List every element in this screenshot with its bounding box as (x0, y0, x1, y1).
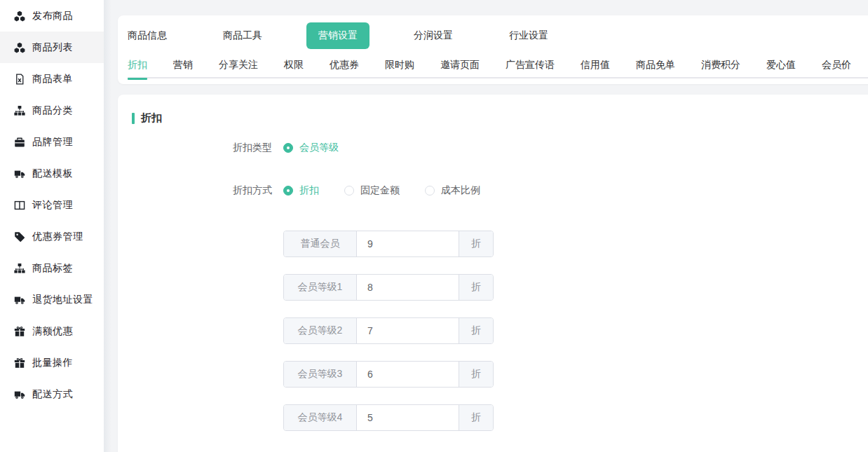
sidebar-item-label: 商品表单 (32, 73, 73, 85)
sidebar-gutter (104, 0, 111, 452)
level-discount-row-1: 会员等级1折 (283, 274, 494, 301)
sidebar-item-label: 评论管理 (32, 199, 73, 212)
level-discount-row-2: 会员等级2折 (283, 317, 494, 344)
secondary-tab-12[interactable]: 会员价 (822, 57, 851, 78)
tabs-card: 商品信息商品工具营销设置分润设置行业设置 折扣营销分享关注权限优惠券限时购邀请页… (118, 15, 868, 84)
sidebar-item-label: 配送模板 (32, 167, 73, 180)
level-discount-input[interactable] (357, 275, 459, 300)
section-title: 折扣 (141, 111, 162, 125)
sidebar-item-0[interactable]: 发布商品 (0, 0, 104, 32)
radio-icon[interactable] (425, 186, 435, 196)
sitemap-icon (14, 105, 25, 116)
tags-icon (14, 231, 25, 242)
secondary-tab-1[interactable]: 营销 (173, 57, 193, 78)
section-header: 折扣 (132, 111, 868, 125)
discount-mode-row: 折扣方式折扣固定金额成本比例 (132, 184, 868, 197)
sidebar-menu: 发布商品商品列表商品表单商品分类品牌管理配送模板评论管理优惠券管理商品标签退货地… (0, 0, 104, 410)
level-name-label: 会员等级3 (284, 362, 357, 387)
secondary-tab-0[interactable]: 折扣 (128, 57, 147, 78)
discount-unit-suffix: 折 (459, 405, 493, 430)
secondary-tab-5[interactable]: 限时购 (385, 57, 414, 78)
level-discount-input[interactable] (357, 405, 459, 430)
discount-mode-options: 折扣固定金额成本比例 (283, 184, 506, 197)
sidebar-item-5[interactable]: 配送模板 (0, 158, 104, 189)
secondary-tab-4[interactable]: 优惠券 (330, 57, 359, 78)
truck-icon (14, 294, 25, 306)
sidebar-item-label: 商品标签 (32, 262, 73, 275)
discount-unit-suffix: 折 (459, 362, 493, 387)
secondary-tab-6[interactable]: 邀请页面 (440, 57, 480, 78)
radio-icon[interactable] (344, 186, 354, 196)
primary-tab-1[interactable]: 商品工具 (223, 29, 262, 42)
sidebar-item-3[interactable]: 商品分类 (0, 95, 104, 126)
secondary-tab-10[interactable]: 消费积分 (701, 57, 740, 78)
main-area: 商品信息商品工具营销设置分润设置行业设置 折扣营销分享关注权限优惠券限时购邀请页… (111, 0, 868, 452)
radio-option-label: 固定金额 (360, 184, 400, 197)
radio-icon[interactable] (283, 186, 293, 196)
sidebar-item-label: 优惠券管理 (32, 231, 83, 243)
discount-mode-label: 折扣方式 (132, 184, 272, 197)
sitemap-icon (14, 263, 25, 274)
content-card: 折扣 折扣类型会员等级折扣方式折扣固定金额成本比例 普通会员折会员等级1折会员等… (118, 95, 868, 452)
level-name-label: 会员等级1 (284, 275, 357, 300)
secondary-tab-2[interactable]: 分享关注 (219, 57, 258, 78)
secondary-tab-3[interactable]: 权限 (284, 57, 304, 78)
discount-mode-option-1[interactable]: 固定金额 (344, 184, 400, 197)
primary-tabs: 商品信息商品工具营销设置分润设置行业设置 (118, 15, 868, 56)
sidebar-item-label: 退货地址设置 (32, 294, 93, 306)
discount-type-option-0[interactable]: 会员等级 (283, 142, 339, 154)
discount-unit-suffix: 折 (459, 318, 493, 343)
sidebar-item-9[interactable]: 退货地址设置 (0, 284, 104, 315)
primary-tab-2[interactable]: 营销设置 (306, 22, 369, 49)
sidebar-item-label: 品牌管理 (32, 136, 73, 149)
sidebar-item-8[interactable]: 商品标签 (0, 252, 104, 284)
columns-icon (14, 200, 25, 211)
sidebar-item-1[interactable]: 商品列表 (0, 32, 104, 63)
secondary-tab-7[interactable]: 广告宣传语 (506, 57, 555, 78)
file-x-icon (14, 74, 25, 85)
sidebar-item-4[interactable]: 品牌管理 (0, 126, 104, 158)
level-discount-row-0: 普通会员折 (283, 231, 494, 257)
discount-unit-suffix: 折 (459, 275, 493, 300)
level-discount-input[interactable] (357, 231, 459, 256)
primary-tab-3[interactable]: 分润设置 (414, 29, 453, 42)
secondary-tab-8[interactable]: 信用值 (581, 57, 610, 78)
level-discount-input[interactable] (357, 318, 459, 343)
sidebar-item-11[interactable]: 批量操作 (0, 347, 104, 378)
sidebar-item-12[interactable]: 配送方式 (0, 378, 104, 410)
level-discount-row-3: 会员等级3折 (283, 361, 494, 388)
level-name-label: 普通会员 (284, 231, 357, 256)
sidebar-item-6[interactable]: 评论管理 (0, 189, 104, 221)
primary-tab-4[interactable]: 行业设置 (509, 29, 548, 42)
discount-type-label: 折扣类型 (132, 142, 272, 154)
sidebar-item-label: 商品分类 (32, 104, 73, 117)
radio-option-label: 成本比例 (441, 184, 480, 197)
sidebar-item-7[interactable]: 优惠券管理 (0, 221, 104, 252)
radio-icon[interactable] (283, 143, 293, 153)
radio-option-label: 折扣 (299, 184, 319, 197)
discount-mode-option-0[interactable]: 折扣 (283, 184, 319, 197)
secondary-tab-11[interactable]: 爱心值 (766, 57, 796, 78)
briefcase-icon (14, 137, 25, 148)
sidebar-item-10[interactable]: 满额优惠 (0, 315, 104, 347)
level-discount-input[interactable] (357, 362, 459, 387)
level-name-label: 会员等级2 (284, 318, 357, 343)
level-discount-row-4: 会员等级4折 (283, 404, 494, 431)
truck-icon (14, 168, 25, 179)
discount-form: 折扣类型会员等级折扣方式折扣固定金额成本比例 (132, 142, 868, 197)
sidebar: 发布商品商品列表商品表单商品分类品牌管理配送模板评论管理优惠券管理商品标签退货地… (0, 0, 104, 452)
secondary-tab-9[interactable]: 商品免单 (636, 57, 675, 78)
primary-tab-0[interactable]: 商品信息 (128, 29, 167, 42)
discount-type-options: 会员等级 (283, 142, 364, 154)
sidebar-item-label: 配送方式 (32, 388, 73, 401)
gift-icon (14, 357, 25, 369)
section-accent-bar (132, 113, 135, 124)
sidebar-item-label: 批量操作 (32, 357, 73, 369)
cubes-icon (14, 11, 25, 22)
secondary-tabs: 折扣营销分享关注权限优惠券限时购邀请页面广告宣传语信用值商品免单消费积分爱心值会… (128, 57, 868, 78)
sidebar-item-label: 商品列表 (32, 41, 73, 54)
sidebar-item-2[interactable]: 商品表单 (0, 63, 104, 95)
discount-mode-option-2[interactable]: 成本比例 (425, 184, 480, 197)
sidebar-item-label: 发布商品 (32, 10, 73, 22)
radio-option-label: 会员等级 (299, 142, 339, 154)
